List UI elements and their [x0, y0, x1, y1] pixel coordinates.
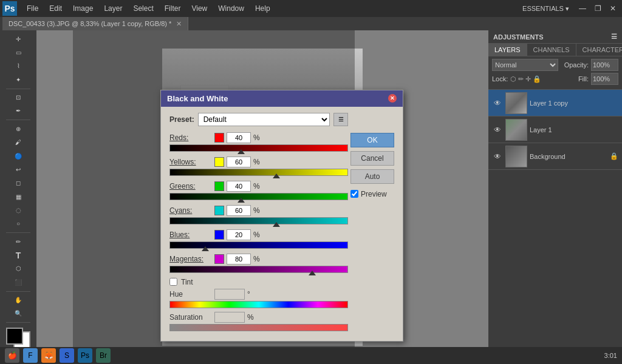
greens-track[interactable] — [169, 193, 348, 200]
greens-value-input[interactable] — [227, 181, 251, 192]
magentas-value-input[interactable] — [227, 254, 251, 265]
cyans-label[interactable]: Cyans: — [169, 206, 212, 215]
history-tool[interactable]: ↩ — [4, 163, 33, 175]
reds-value-input[interactable] — [227, 132, 251, 143]
preview-checkbox[interactable] — [350, 190, 358, 198]
layers-list: 👁 Layer 1 copy 👁 Layer 1 👁 Background 🔒 — [488, 90, 622, 348]
magic-wand-tool[interactable]: ✦ — [4, 73, 33, 86]
greens-label[interactable]: Greens: — [169, 182, 212, 190]
blues-track[interactable] — [169, 241, 348, 249]
gradient-tool[interactable]: ▦ — [4, 190, 33, 203]
apple-menu[interactable]: 🍎 — [5, 348, 19, 363]
photoshop-taskbar-icon[interactable]: Ps — [78, 348, 92, 363]
crop-tool[interactable]: ⊡ — [4, 91, 33, 103]
eraser-tool[interactable]: ◻ — [4, 177, 33, 189]
tab-character[interactable]: CHARACTER — [576, 44, 623, 56]
yellows-track[interactable] — [169, 169, 348, 176]
menu-help[interactable]: Help — [250, 3, 275, 14]
dialog-close-button[interactable]: ✕ — [388, 94, 397, 103]
lock-all-icon[interactable]: 🔒 — [533, 75, 541, 83]
background-visibility-icon[interactable]: 👁 — [492, 151, 503, 162]
lock-image-icon[interactable]: ✏ — [518, 75, 524, 83]
selection-tool[interactable]: ▭ — [4, 46, 33, 58]
lock-position-icon[interactable]: ✛ — [525, 75, 531, 83]
eyedropper-tool[interactable]: ✒ — [4, 105, 33, 117]
finder-icon[interactable]: F — [23, 348, 38, 363]
cancel-button[interactable]: Cancel — [350, 151, 394, 166]
preset-options-button[interactable]: ☰ — [333, 113, 348, 126]
blend-mode-select[interactable]: Normal — [492, 59, 558, 71]
saturation-track[interactable] — [169, 324, 348, 331]
lock-label: Lock: — [492, 75, 508, 83]
clone-tool[interactable]: 🔵 — [4, 150, 33, 162]
tab-layers[interactable]: LAYERS — [488, 44, 527, 56]
minimize-button[interactable]: — — [575, 4, 590, 13]
adjustments-menu-icon[interactable]: ☰ — [611, 33, 617, 41]
reds-label[interactable]: Reds: — [169, 133, 212, 142]
blues-thumb[interactable] — [202, 246, 209, 251]
layer1copy-visibility-icon[interactable]: 👁 — [492, 98, 503, 109]
hue-input[interactable] — [214, 289, 245, 300]
tab-close-icon[interactable]: ✕ — [176, 20, 182, 28]
layer-item-layer1copy[interactable]: 👁 Layer 1 copy — [488, 90, 622, 116]
color-picker[interactable] — [6, 328, 30, 348]
healing-tool[interactable]: ⊕ — [4, 123, 33, 135]
hand-tool[interactable]: ✋ — [4, 294, 33, 306]
path-tool[interactable]: ⬡ — [4, 263, 33, 275]
foreground-color-box[interactable] — [6, 328, 23, 345]
layer-item-layer1[interactable]: 👁 Layer 1 — [488, 116, 622, 143]
safari-icon[interactable]: S — [60, 348, 74, 363]
layer-item-background[interactable]: 👁 Background 🔒 — [488, 143, 622, 170]
menu-layer[interactable]: Layer — [99, 3, 127, 14]
lasso-tool[interactable]: ⌇ — [4, 60, 33, 72]
menu-edit[interactable]: Edit — [44, 3, 67, 14]
reds-track[interactable] — [169, 144, 348, 152]
hue-unit: ° — [247, 290, 250, 298]
hue-track[interactable] — [169, 301, 348, 308]
magentas-label[interactable]: Magentas: — [169, 255, 212, 263]
menu-select[interactable]: Select — [128, 3, 158, 14]
yellows-value-input[interactable] — [227, 157, 251, 167]
document-tab[interactable]: DSC_00433 (3).JPG @ 8,33% (Layer 1 copy,… — [2, 17, 188, 30]
magentas-track[interactable] — [169, 266, 348, 273]
cyans-value-input[interactable] — [227, 205, 251, 216]
opacity-input[interactable] — [591, 59, 618, 71]
close-button[interactable]: ✕ — [606, 4, 620, 13]
reds-thumb[interactable] — [238, 149, 245, 154]
saturation-input[interactable] — [214, 312, 245, 323]
yellows-thumb[interactable] — [273, 174, 280, 178]
dodge-tool[interactable]: ○ — [4, 218, 33, 230]
blues-value-input[interactable] — [227, 229, 251, 240]
blur-tool[interactable]: ◌ — [4, 204, 33, 216]
ok-button[interactable]: OK — [350, 133, 394, 147]
menu-image[interactable]: Image — [68, 3, 98, 14]
fill-input[interactable] — [591, 73, 618, 85]
menu-window[interactable]: Window — [213, 3, 249, 14]
menu-filter[interactable]: Filter — [160, 3, 186, 14]
move-tool[interactable]: ✛ — [4, 33, 33, 45]
menu-view[interactable]: View — [186, 3, 212, 14]
brush-tool[interactable]: 🖌 — [4, 136, 33, 148]
lock-transparent-icon[interactable]: ⬡ — [510, 75, 516, 83]
preset-select[interactable]: Default — [198, 113, 330, 126]
yellows-label[interactable]: Yellows: — [169, 158, 212, 166]
cyans-thumb[interactable] — [273, 222, 280, 227]
main-area: ✛ ▭ ⌇ ✦ ⊡ ✒ ⊕ 🖌 🔵 ↩ ◻ ▦ ◌ ○ ✏ T ⬡ ⬛ ✋ 🔍 — [0, 30, 622, 364]
zoom-tool[interactable]: 🔍 — [4, 308, 33, 320]
tab-channels[interactable]: CHANNELS — [527, 44, 576, 56]
tint-checkbox[interactable] — [169, 278, 177, 286]
pen-tool[interactable]: ✏ — [4, 235, 33, 248]
shape-tool[interactable]: ⬛ — [4, 276, 33, 288]
text-tool[interactable]: T — [4, 249, 33, 261]
cyans-track[interactable] — [169, 217, 348, 224]
essentials-button[interactable]: ESSENTIALS ▾ — [518, 5, 574, 13]
restore-button[interactable]: ❐ — [591, 4, 605, 13]
firefox-icon[interactable]: 🦊 — [41, 348, 56, 363]
bridge-icon[interactable]: Br — [96, 348, 111, 363]
magentas-thumb[interactable] — [309, 271, 316, 275]
blues-label[interactable]: Blues: — [169, 231, 212, 239]
menu-file[interactable]: File — [22, 3, 43, 14]
greens-thumb[interactable] — [238, 198, 245, 203]
auto-button[interactable]: Auto — [350, 169, 394, 184]
layer1-visibility-icon[interactable]: 👁 — [492, 124, 503, 135]
